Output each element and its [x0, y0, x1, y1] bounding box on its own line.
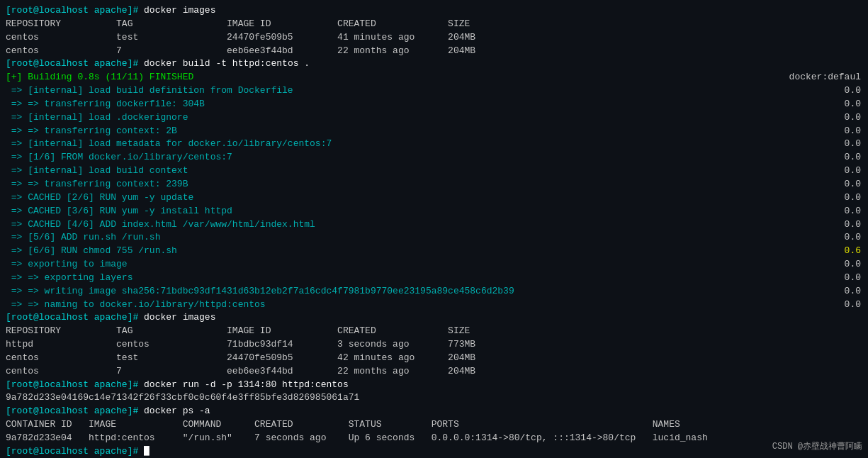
terminal-line: => CACHED [3/6] RUN yum -y install httpd…	[6, 205, 862, 218]
terminal-line: => => transferring context: 239B0.0	[6, 178, 862, 191]
terminal-line: => => naming to docker.io/library/httpd:…	[6, 298, 862, 312]
terminal-line: centos test 24470fe509b5 42 minutes ago …	[6, 352, 862, 365]
terminal-line: 9a782d233e04 httpd:centos "/run.sh" 7 se…	[6, 432, 862, 445]
terminal-line: => => writing image sha256:71bdbc93df143…	[6, 285, 862, 298]
terminal-line: centos 7 eeb6ee3f44bd 22 months ago 204M…	[6, 365, 862, 379]
terminal-line: [+] Building 0.8s (11/11) FINISHEDdocker…	[6, 71, 862, 84]
terminal-line: REPOSITORY TAG IMAGE ID CREATED SIZE	[6, 325, 862, 338]
terminal-line: => [5/6] ADD run.sh /run.sh0.0	[6, 231, 862, 245]
terminal-line: => exporting to image0.0	[6, 258, 862, 272]
watermark: CSDN @赤壁战神曹阿瞒	[772, 440, 862, 452]
terminal-line: => [internal] load build context0.0	[6, 164, 862, 178]
terminal-line: => CACHED [4/6] ADD index.html /var/www/…	[6, 218, 862, 232]
terminal-line: CONTAINER ID IMAGE COMMAND CREATED STATU…	[6, 418, 862, 432]
terminal-line: [root@localhost apache]# docker images	[6, 311, 862, 325]
terminal-line: => [6/6] RUN chmod 755 /run.sh0.6	[6, 245, 862, 258]
terminal-content: [root@localhost apache]# docker imagesRE…	[6, 4, 862, 458]
terminal-line: => [internal] load build definition from…	[6, 84, 862, 98]
terminal-line: => CACHED [2/6] RUN yum -y update0.0	[6, 191, 862, 205]
terminal-line: centos test 24470fe509b5 41 minutes ago …	[6, 31, 862, 45]
terminal-line: REPOSITORY TAG IMAGE ID CREATED SIZE	[6, 18, 862, 31]
terminal-window: [root@localhost apache]# docker imagesRE…	[0, 0, 868, 458]
terminal-line: [root@localhost apache]# docker ps -a	[6, 405, 862, 418]
terminal-line: => => transferring context: 2B0.0	[6, 125, 862, 138]
terminal-line: [root@localhost apache]# docker run -d -…	[6, 379, 862, 392]
terminal-line: 9a782d233e04169c14e71342f26f33cbf0c0c60f…	[6, 391, 862, 405]
terminal-line: => [internal] load .dockerignore0.0	[6, 111, 862, 125]
terminal-line: [root@localhost apache]# docker build -t…	[6, 57, 862, 71]
terminal-line: => => exporting layers0.0	[6, 272, 862, 285]
terminal-line: => => transferring dockerfile: 304B0.0	[6, 98, 862, 111]
terminal-line: => [internal] load metadata for docker.i…	[6, 138, 862, 151]
terminal-line: centos 7 eeb6ee3f44bd 22 months ago 204M…	[6, 45, 862, 58]
terminal-line: => [1/6] FROM docker.io/library/centos:7…	[6, 151, 862, 164]
terminal-line: httpd centos 71bdbc93df14 3 seconds ago …	[6, 338, 862, 352]
terminal-line: [root@localhost apache]# docker images	[6, 4, 862, 18]
terminal-line: [root@localhost apache]# █	[6, 445, 862, 458]
